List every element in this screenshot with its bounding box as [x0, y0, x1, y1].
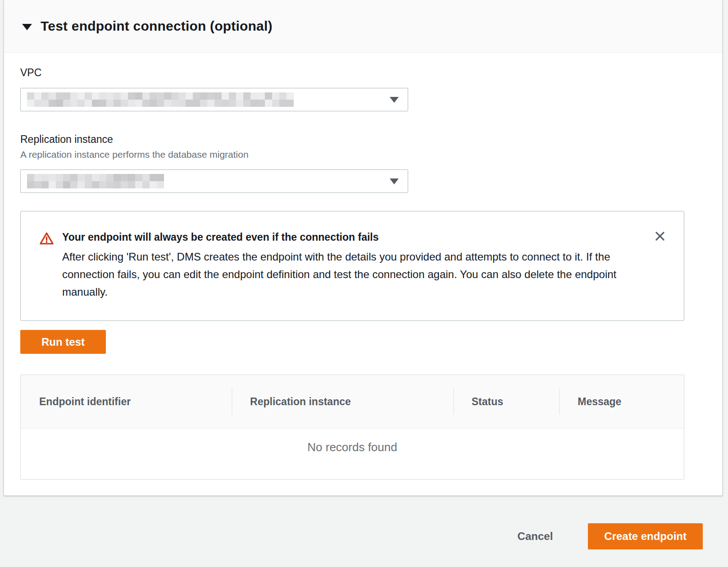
- table-header-row: Endpoint identifier Replication instance…: [21, 375, 684, 429]
- vpc-field-group: VPC: [20, 66, 684, 111]
- vpc-redacted-value: [27, 92, 294, 107]
- section-content: VPC Replication instance A replication i…: [4, 53, 722, 480]
- table-empty-state: No records found: [21, 429, 684, 479]
- alert-body: After clicking 'Run test', DMS creates t…: [62, 248, 646, 301]
- replication-instance-field-group: Replication instance A replication insta…: [20, 133, 684, 193]
- column-header-status: Status: [453, 375, 560, 428]
- test-endpoint-connection-panel: Test endpoint connection (optional) VPC …: [4, 0, 723, 496]
- column-header-message: Message: [559, 375, 684, 428]
- replication-instance-description: A replication instance performs the data…: [20, 149, 684, 160]
- cancel-button[interactable]: Cancel: [506, 526, 565, 547]
- section-title: Test endpoint connection (optional): [41, 18, 273, 34]
- replication-instance-select[interactable]: [20, 169, 408, 193]
- warning-triangle-icon: [39, 231, 54, 248]
- column-header-replication-instance: Replication instance: [232, 375, 453, 428]
- form-footer: Cancel Create endpoint: [0, 496, 728, 567]
- connection-results-table: Endpoint identifier Replication instance…: [20, 375, 684, 480]
- alert-texts: Your endpoint will always be created eve…: [62, 230, 646, 301]
- section-header[interactable]: Test endpoint connection (optional): [4, 0, 722, 53]
- create-endpoint-button[interactable]: Create endpoint: [588, 523, 703, 549]
- replication-instance-redacted-value: [27, 174, 164, 188]
- vpc-select[interactable]: [20, 88, 408, 111]
- caret-down-icon: [390, 97, 399, 103]
- empty-state-text: No records found: [307, 440, 397, 454]
- vpc-label: VPC: [20, 66, 684, 79]
- run-test-button[interactable]: Run test: [20, 330, 106, 354]
- column-header-endpoint-identifier: Endpoint identifier: [21, 375, 232, 428]
- alert-title: Your endpoint will always be created eve…: [62, 230, 646, 244]
- close-icon[interactable]: [652, 229, 668, 244]
- caret-down-icon[interactable]: [22, 24, 32, 30]
- warning-alert: Your endpoint will always be created eve…: [20, 211, 684, 321]
- replication-instance-label: Replication instance: [20, 133, 684, 146]
- caret-down-icon: [390, 178, 399, 184]
